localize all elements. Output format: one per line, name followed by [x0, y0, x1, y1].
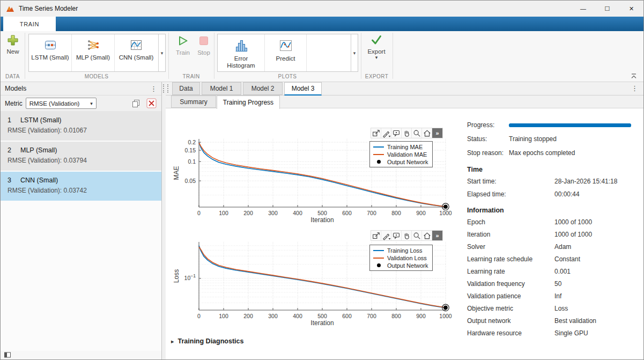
- svg-text:700: 700: [367, 210, 376, 216]
- gallery-item-label: Error Histogram: [225, 55, 258, 69]
- pan-hand-icon: [402, 129, 411, 138]
- progress-bar: [509, 123, 631, 127]
- maximize-button[interactable]: ☐: [595, 1, 619, 17]
- brush-icon: [382, 129, 391, 138]
- tabstrip-grip[interactable]: [167, 84, 168, 93]
- export-plot-icon: [372, 129, 381, 138]
- collapse-panel-icon[interactable]: [4, 351, 11, 358]
- stop-button-label: Stop: [197, 49, 210, 56]
- collapse-ribbon-icon[interactable]: [630, 72, 638, 79]
- cnn-model-icon: [129, 38, 143, 52]
- models-panel-header: Models ⋮: [1, 82, 161, 95]
- new-button-label: New: [6, 48, 19, 55]
- export-check-icon: [370, 33, 383, 46]
- export-plot-icon: [372, 231, 381, 240]
- gallery-item-cnn-small[interactable]: CNN (Small): [115, 34, 158, 71]
- titlebar: Time Series Modeler — ☐ ✕: [1, 1, 643, 17]
- stop-reason-label: Stop reason:: [467, 149, 509, 157]
- model-metric: RMSE (Validation): 0.03794: [8, 157, 161, 164]
- gallery-item-label: MLP (Small): [76, 54, 110, 61]
- models-panel-menu-icon[interactable]: ⋮: [150, 85, 157, 92]
- matlab-logo-icon: [6, 5, 14, 13]
- train-play-icon: [176, 34, 189, 47]
- brush-button[interactable]: [381, 128, 391, 138]
- restore-view-button[interactable]: [422, 128, 432, 138]
- gallery-item-mlp-small[interactable]: MLP (Small): [72, 34, 115, 71]
- svg-text:700: 700: [367, 313, 376, 319]
- svg-text:1000: 1000: [439, 210, 452, 216]
- zoom-magnifier-icon: [412, 129, 421, 138]
- tab-summary[interactable]: Summary: [171, 95, 216, 108]
- svg-text:0.15: 0.15: [185, 147, 196, 153]
- ribbon-tab-train[interactable]: TRAIN: [3, 17, 56, 31]
- predict-icon: [278, 38, 293, 53]
- model-list-item-3-selected[interactable]: 3CNN (Small) RMSE (Validation): 0.03742: [1, 172, 161, 201]
- restore-view-button[interactable]: [422, 231, 432, 240]
- minimize-button[interactable]: —: [571, 1, 595, 17]
- info-row-validation-patience: Validation patienceInf: [467, 292, 561, 300]
- export-plot-button[interactable]: [371, 128, 381, 138]
- tab-data[interactable]: Data: [172, 82, 200, 95]
- info-row-output-network: Output networkBest validation: [467, 317, 596, 325]
- datatip-button[interactable]: [391, 128, 402, 138]
- training-diagnostics-toggle[interactable]: ▸ Training Diagnostics: [171, 337, 243, 345]
- delete-model-button[interactable]: [145, 98, 157, 109]
- tab-model-3-active[interactable]: Model 3: [284, 82, 322, 95]
- document-menu-icon[interactable]: ⋮: [631, 85, 638, 92]
- info-row-learning-rate: Learning rate0.001: [467, 268, 571, 275]
- gallery-item-predict[interactable]: Predict: [265, 34, 307, 71]
- datatip-button[interactable]: [391, 231, 402, 240]
- tab-training-progress-active[interactable]: Training Progress: [217, 95, 280, 109]
- brush-button[interactable]: [381, 231, 391, 240]
- tab-model-2[interactable]: Model 2: [243, 82, 283, 95]
- start-time-row: Start time:28-Jan-2026 15:41:18: [467, 178, 617, 185]
- section-label-plots: PLOTS: [214, 74, 361, 81]
- close-button[interactable]: ✕: [619, 1, 643, 17]
- pan-button[interactable]: [402, 128, 412, 138]
- elapsed-time-row: Elapsed time:00:00:44: [467, 190, 580, 198]
- metric-dropdown[interactable]: RMSE (Validation) ▾: [26, 98, 97, 109]
- more-tools-button[interactable]: »: [432, 128, 442, 138]
- svg-text:0: 0: [197, 210, 201, 216]
- section-divider: [361, 33, 361, 79]
- stop-reason-row: Stop reason:Max epochs completed: [467, 149, 575, 157]
- window-controls: — ☐ ✕: [571, 1, 643, 17]
- train-button[interactable]: Train: [172, 34, 194, 56]
- model-list-item-2[interactable]: 2MLP (Small) RMSE (Validation): 0.03794: [1, 142, 161, 171]
- more-tools-button[interactable]: »: [432, 231, 442, 240]
- pan-button[interactable]: [402, 231, 412, 240]
- new-plus-icon: [7, 34, 19, 46]
- model-metric: RMSE (Validation): 0.03742: [8, 187, 161, 194]
- duplicate-model-button[interactable]: [130, 98, 142, 109]
- subtab-strip: Summary Training Progress: [166, 95, 643, 108]
- zoom-button[interactable]: [412, 231, 422, 240]
- error-histogram-icon: [234, 38, 249, 53]
- export-button[interactable]: Export ▾: [364, 33, 389, 60]
- export-button-label: Export: [367, 48, 385, 55]
- panel-splitter[interactable]: [162, 82, 166, 360]
- model-metric: RMSE (Validation): 0.01067: [8, 127, 161, 134]
- gallery-item-lstm-small[interactable]: LSTM (Small): [29, 34, 72, 71]
- model-list: 1LSTM (Small) RMSE (Validation): 0.01067…: [1, 112, 161, 351]
- section-divider: [393, 33, 393, 79]
- tab-model-1[interactable]: Model 1: [202, 82, 241, 95]
- plots-gallery-dropdown[interactable]: ▾: [351, 34, 358, 71]
- svg-text:10−1: 10−1: [184, 273, 196, 281]
- gallery-item-error-histogram[interactable]: Error Histogram: [218, 34, 265, 71]
- splitter-grip[interactable]: [163, 84, 164, 93]
- info-row-lr-schedule: Learning rate scheduleConstant: [467, 255, 580, 263]
- svg-text:900: 900: [416, 210, 426, 216]
- info-row-hardware-resource: Hardware resourceSingle GPU: [467, 329, 588, 337]
- zoom-button[interactable]: [412, 128, 422, 138]
- svg-text:100: 100: [219, 313, 228, 319]
- new-button[interactable]: New: [4, 34, 22, 55]
- svg-text:600: 600: [342, 210, 352, 216]
- gallery-item-label: Predict: [276, 55, 295, 62]
- progress-bar-fill: [509, 123, 631, 127]
- svg-text:0.1: 0.1: [188, 158, 196, 165]
- model-list-item-1[interactable]: 1LSTM (Small) RMSE (Validation): 0.01067: [1, 112, 161, 141]
- stop-button[interactable]: Stop: [195, 34, 213, 56]
- export-plot-button[interactable]: [371, 231, 381, 240]
- brush-icon: [382, 231, 391, 240]
- models-gallery-dropdown[interactable]: ▾: [158, 34, 165, 71]
